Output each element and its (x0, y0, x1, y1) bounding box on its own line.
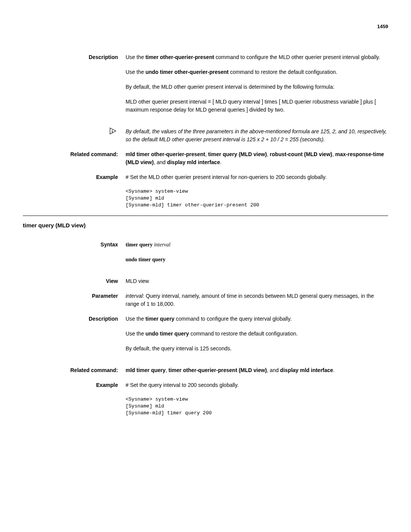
related-command-content: mld timer other-querier-present, timer q… (126, 150, 388, 166)
example-code: <Sysname> system-view [Sysname] mld [Sys… (126, 188, 388, 209)
bold-text: display mld interface (280, 367, 333, 373)
related-command-label: Related command: (23, 150, 126, 166)
note-text: By default, the values of the three para… (126, 128, 388, 144)
example-text-2: # Set the query interval to 200 seconds … (126, 381, 388, 389)
parameter-row: Parameter interval: Query interval, name… (23, 292, 388, 308)
text: . (220, 159, 221, 165)
syntax-line-2: undo timer query (126, 256, 388, 264)
page-number: 1459 (23, 23, 388, 30)
example-row-2: Example # Set the query interval to 200 … (23, 381, 388, 417)
view-content: MLD view (126, 277, 388, 285)
bold-text: robust-count (MLD view) (270, 151, 332, 157)
section-divider (23, 216, 388, 216)
description-content-2: Use the timer query command to configure… (126, 315, 388, 359)
view-row: View MLD view (23, 277, 388, 285)
related-command-content-2: mld timer query, timer other-querier-pre… (126, 366, 388, 374)
text: command to configure the MLD other queri… (214, 54, 380, 60)
syntax-line-1: timer query interval (126, 241, 388, 249)
desc2-para-1: Use the timer query command to configure… (126, 315, 388, 323)
parameter-label: Parameter (23, 292, 126, 308)
desc-para-3: By default, the MLD other querier presen… (126, 83, 388, 91)
description-label-2: Description (23, 315, 126, 359)
description-row-2: Description Use the timer query command … (23, 315, 388, 359)
desc-para-2: Use the undo timer other-querier-present… (126, 68, 388, 76)
text: command to configure the query interval … (174, 316, 292, 322)
example-code-2: <Sysname> system-view [Sysname] mld [Sys… (126, 396, 388, 417)
syntax-content: timer query interval undo timer query (126, 241, 388, 270)
related-command-row-2: Related command: mld timer query, timer … (23, 366, 388, 374)
example-label: Example (23, 173, 126, 209)
svg-text:i: i (112, 129, 113, 133)
related-command-label-2: Related command: (23, 366, 126, 374)
text: , (166, 367, 169, 373)
info-pointer-icon: i (110, 128, 118, 134)
text: Use the (126, 69, 145, 75)
text: , (332, 151, 335, 157)
bold-text: mld timer query (126, 367, 166, 373)
text: command to restore the default configura… (189, 331, 298, 337)
text: : Query interval, namely, amount of time… (126, 293, 374, 307)
description-content: Use the timer other-querier-present comm… (126, 53, 388, 121)
example-label-2: Example (23, 381, 126, 417)
italic-text: interval (126, 293, 143, 299)
desc-para-4: MLD other querier present interval = [ M… (126, 98, 388, 114)
related-command-row: Related command: mld timer other-querier… (23, 150, 388, 166)
section-title: timer query (MLD view) (23, 221, 388, 230)
parameter-content: interval: Query interval, namely, amount… (126, 292, 388, 308)
bold-text: timer query (MLD view) (208, 151, 267, 157)
example-text: # Set the MLD other querier present inte… (126, 173, 388, 181)
bold-text: display mld interface (167, 159, 220, 165)
text: Use the (126, 54, 145, 60)
text: , (205, 151, 208, 157)
text: command to restore the default configura… (229, 69, 338, 75)
bold-text: timer query (145, 316, 174, 322)
note-row: i By default, the values of the three pa… (23, 128, 388, 144)
text: , and (154, 159, 167, 165)
bold-text: mld timer other-querier-present (126, 151, 205, 157)
example-content-2: # Set the query interval to 200 seconds … (126, 381, 388, 417)
example-row: Example # Set the MLD other querier pres… (23, 173, 388, 209)
syntax-label: Syntax (23, 241, 126, 270)
bold-text: undo timer query (145, 331, 189, 337)
bold-text: timer other-querier-present (MLD view) (169, 367, 267, 373)
bold-text: undo timer other-querier-present (145, 69, 229, 75)
example-content: # Set the MLD other querier present inte… (126, 173, 388, 209)
description-row: Description Use the timer other-querier-… (23, 53, 388, 121)
desc2-para-2: Use the undo timer query command to rest… (126, 330, 388, 338)
syntax-row: Syntax timer query interval undo timer q… (23, 241, 388, 270)
desc2-para-3: By default, the query interval is 125 se… (126, 345, 388, 353)
serif-bold-text: timer query (126, 242, 154, 248)
view-label: View (23, 277, 126, 285)
text: , (267, 151, 270, 157)
text: . (333, 367, 335, 373)
description-label: Description (23, 53, 126, 121)
bold-text: timer other-querier-present (145, 54, 214, 60)
italic-text: interval (154, 242, 170, 248)
text: Use the (126, 316, 145, 322)
text: , and (267, 367, 280, 373)
desc-para-1: Use the timer other-querier-present comm… (126, 53, 388, 61)
text: Use the (126, 331, 145, 337)
note-icon-col: i (23, 128, 126, 144)
